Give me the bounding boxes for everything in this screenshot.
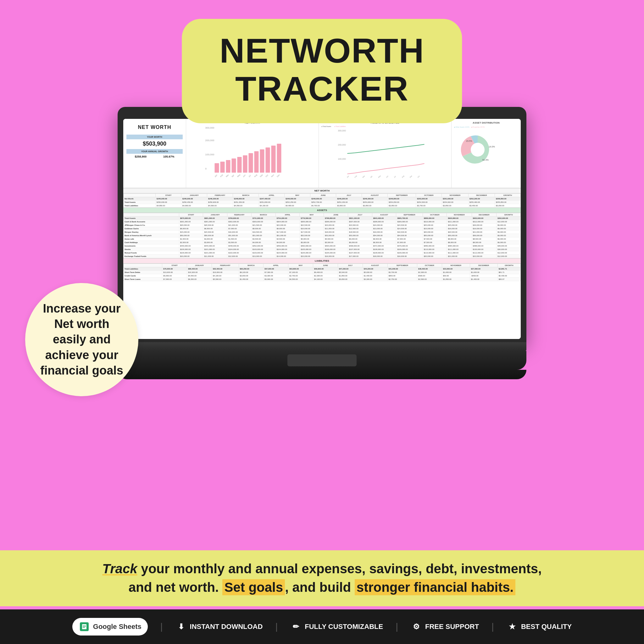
row-cell: $12,500.00 [348, 227, 372, 230]
row-cell: $16,000.00 [447, 227, 472, 230]
row-cell: $1,400.00 [363, 274, 387, 278]
row-cell: $5,000.00 [162, 274, 187, 278]
row-cell: $1,600.00 [442, 271, 470, 274]
row-cell: $888,000.00 [423, 217, 447, 220]
row-cell: $253,150.00 [336, 201, 362, 204]
row-cell: $731,900.00 [251, 217, 275, 220]
row-cell: $15,500.00 [203, 230, 227, 234]
row-cell: $468,000.00 [348, 244, 372, 248]
row-cell: $80.07 [497, 278, 520, 281]
row-cell: $14,000.00 [396, 227, 423, 230]
row-cell: $17,000.00 [275, 230, 300, 234]
row-cell: $6,000.00 [497, 234, 521, 237]
net-worth-title: NET WORTH [126, 122, 183, 133]
row-cell: $8,500.00 [251, 227, 275, 230]
row-cell: $9,000.00 [275, 227, 300, 230]
row-cell: $15,000.00 [300, 255, 324, 258]
fully-customizable-label: FULLY CUSTOMIZABLE [305, 623, 383, 631]
row-cell: $15,000.00 [423, 227, 447, 230]
best-quality-badge: ★ BEST QUALITY [507, 621, 572, 632]
liabilities-section-header: LIABILITIES [123, 258, 521, 264]
row-label: Goldman Sachs [124, 227, 179, 230]
row-cell: $6,000.00 [348, 241, 372, 244]
row-cell: $21,500.00 [251, 224, 275, 227]
row-label: Net Worth [124, 197, 156, 201]
fully-customizable-badge: ✏ FULLY CUSTOMIZABLE [290, 621, 383, 632]
svg-text:100,000: 100,000 [338, 158, 346, 160]
free-support-badge: ⚙ FREE SUPPORT [411, 621, 479, 632]
row-cell: $251,350.00 [233, 201, 259, 204]
row-label: Stocks [124, 248, 179, 251]
row-cell: $4,550.00 [288, 278, 313, 281]
row-cell: $6,500.00 [372, 241, 396, 244]
svg-text:Apr: Apr [370, 175, 373, 178]
row-cell: $4,700.00 [310, 204, 336, 208]
row-cell: $444,000.00 [203, 244, 227, 248]
row-cell: $4,500.00 [275, 237, 300, 241]
row-cell: $1,850.00 [442, 278, 470, 281]
svg-text:Jun: Jun [386, 175, 389, 178]
row-cell: $2,881.71 [497, 267, 520, 271]
row-cell: $7,100.00 [288, 271, 313, 274]
row-cell: $101,000.00 [203, 251, 227, 255]
row-cell: $6,000.00 [497, 230, 521, 234]
row-cell: $30,000.00 [497, 248, 521, 251]
svg-rect-13 [266, 147, 270, 173]
row-cell: $23,000.00 [324, 224, 348, 227]
svg-text:200,000: 200,000 [338, 144, 346, 146]
row-cell: $8,000.00 [447, 241, 472, 244]
row-cell: -$400.00 [470, 274, 497, 278]
row-cell: $105,000.00 [324, 251, 348, 255]
row-cell: $12,000.00 [497, 220, 521, 224]
row-cell: $19,000.00 [372, 230, 396, 234]
row-cell: $309,000.00 [396, 220, 423, 224]
tagline-set-goals: Set goals [222, 579, 285, 595]
row-cell: $670,000.00 [179, 217, 203, 220]
svg-text:29.5%: 29.5% [466, 140, 472, 142]
row-cell: $18,500.00 [348, 230, 372, 234]
row-cell: $448,000.00 [227, 244, 252, 248]
row-cell: $3,650.00 [338, 278, 363, 281]
row-cell: $709,600.00 [227, 217, 252, 220]
liab-col-label [124, 264, 162, 267]
annual-growth-row: $258,900 105.67% [126, 155, 183, 158]
laptop-stand [118, 370, 526, 379]
row-cell: $57,000.00 [264, 267, 288, 271]
col-oct: OCTOBER [416, 194, 442, 197]
row-cell: $3,500.00 [251, 237, 275, 241]
row-cell: $19,000.00 [396, 255, 423, 258]
row-cell: $464,000.00 [324, 244, 348, 248]
row-cell: $20,000.00 [179, 224, 203, 227]
row-cell: $2,300.00 [417, 271, 442, 274]
row-cell: $110,000.00 [423, 248, 447, 251]
row-cell: $100,000.00 [179, 251, 203, 255]
row-cell: $107,000.00 [348, 251, 372, 255]
row-cell: $3,650.00 [239, 274, 264, 278]
svg-text:200,000: 200,000 [205, 139, 214, 142]
row-cell: $3,000.00 [203, 241, 227, 244]
row-label: Total Assets [124, 201, 156, 204]
row-cell: $865,700.00 [396, 217, 423, 220]
row-cell: $17,500.00 [300, 230, 324, 234]
row-cell: $54,000.00 [372, 234, 396, 237]
svg-text:Nov: Nov [271, 174, 275, 178]
free-support-label: FREE SUPPORT [425, 623, 479, 631]
row-cell: $253,600.00 [362, 201, 388, 204]
row-cell: $6,000.00 [497, 237, 521, 241]
laptop-wrapper: NET WORTH YOUR WORTH $503,900 YOUR ANNUA… [118, 107, 526, 379]
row-label: Exchange Traded Funds [124, 255, 179, 258]
row-cell: $104,000.00 [227, 248, 252, 251]
row-cell: $248,000.00 [310, 197, 336, 201]
row-cell: $10,000.00 [179, 255, 203, 258]
row-cell: $500.00 [417, 274, 442, 278]
svg-rect-4 [215, 163, 219, 173]
svg-text:Jan: Jan [346, 175, 349, 178]
svg-point-41 [471, 143, 485, 157]
row-cell: $102,000.00 [227, 251, 252, 255]
row-cell: $5,500.00 [324, 237, 348, 241]
data-section: NET WORTH START JANUARY FEBRUARY MARCH A… [123, 188, 521, 339]
row-cell: $252,700.00 [310, 201, 336, 204]
row-cell: $4,480.00 [285, 204, 310, 208]
svg-text:Feb: Feb [220, 174, 224, 178]
col-nov: NOVEMBER [442, 194, 469, 197]
